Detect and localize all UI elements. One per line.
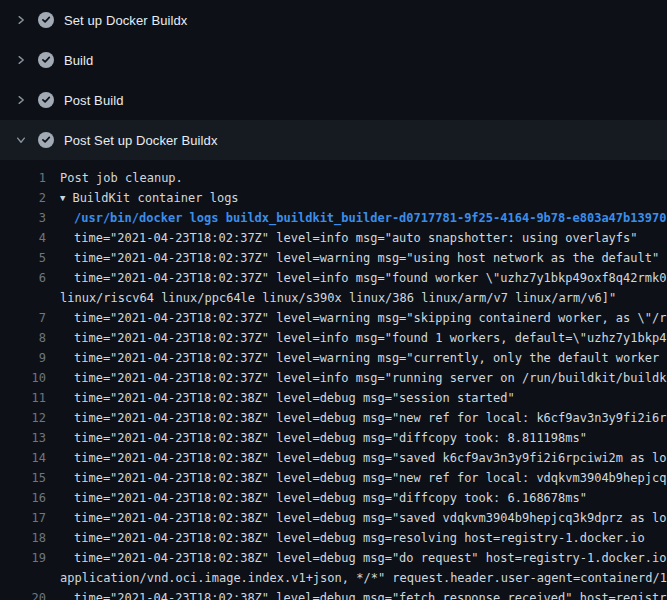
log-line: 5 time="2021-04-23T18:02:37Z" level=warn… bbox=[0, 248, 667, 268]
log-line: 15 time="2021-04-23T18:02:38Z" level=deb… bbox=[0, 468, 667, 488]
log-line-text: time="2021-04-23T18:02:37Z" level=warnin… bbox=[46, 308, 667, 328]
log-line: 9 time="2021-04-23T18:02:37Z" level=warn… bbox=[0, 348, 667, 368]
log-line: 8 time="2021-04-23T18:02:37Z" level=info… bbox=[0, 328, 667, 348]
log-line-text: linux/riscv64 linux/ppc64le linux/s390x … bbox=[46, 288, 616, 308]
log-line: 17 time="2021-04-23T18:02:38Z" level=deb… bbox=[0, 508, 667, 528]
log-line: 13 time="2021-04-23T18:02:38Z" level=deb… bbox=[0, 428, 667, 448]
log-line-text: Post job cleanup. bbox=[46, 168, 183, 188]
log-line: 20 time="2021-04-23T18:02:38Z" level=deb… bbox=[0, 588, 667, 600]
log-line: 3 /usr/bin/docker logs buildx_buildkit_b… bbox=[0, 208, 667, 228]
log-line: 7 time="2021-04-23T18:02:37Z" level=warn… bbox=[0, 308, 667, 328]
chevron-right-icon[interactable] bbox=[14, 93, 28, 107]
log-line-number[interactable]: 11 bbox=[0, 388, 46, 408]
log-line-text: time="2021-04-23T18:02:37Z" level=info m… bbox=[46, 268, 667, 288]
check-circle-icon bbox=[38, 92, 54, 108]
log-line-text: time="2021-04-23T18:02:37Z" level=warnin… bbox=[46, 348, 667, 368]
log-line-text: time="2021-04-23T18:02:37Z" level=info m… bbox=[46, 328, 667, 348]
log-line-number[interactable]: 4 bbox=[0, 228, 46, 248]
chevron-right-icon[interactable] bbox=[14, 13, 28, 27]
log-line: 4 time="2021-04-23T18:02:37Z" level=info… bbox=[0, 228, 667, 248]
log-line-text: time="2021-04-23T18:02:38Z" level=debug … bbox=[46, 588, 667, 600]
log-line: 1 Post job cleanup. bbox=[0, 168, 667, 188]
log-line-text: time="2021-04-23T18:02:37Z" level=warnin… bbox=[46, 248, 659, 268]
log-line-number[interactable]: 12 bbox=[0, 408, 46, 428]
log-line: 14 time="2021-04-23T18:02:38Z" level=deb… bbox=[0, 448, 667, 468]
log-line: 18 time="2021-04-23T18:02:38Z" level=deb… bbox=[0, 528, 667, 548]
log-line-number[interactable]: 20 bbox=[0, 588, 46, 600]
log-line: 10 time="2021-04-23T18:02:37Z" level=inf… bbox=[0, 368, 667, 388]
log-line-text: time="2021-04-23T18:02:38Z" level=debug … bbox=[46, 508, 667, 528]
log-line-number[interactable]: 15 bbox=[0, 468, 46, 488]
chevron-right-icon[interactable] bbox=[14, 53, 28, 67]
step-sections-list: Set up Docker Buildx Build Post Buil bbox=[0, 0, 667, 160]
log-line-text: time="2021-04-23T18:02:37Z" level=info m… bbox=[46, 368, 667, 388]
log-line: application/vnd.oci.image.index.v1+json,… bbox=[0, 568, 667, 588]
log-line: 11 time="2021-04-23T18:02:38Z" level=deb… bbox=[0, 388, 667, 408]
log-line: 6 time="2021-04-23T18:02:37Z" level=info… bbox=[0, 268, 667, 288]
log-line-number[interactable]: 3 bbox=[0, 208, 46, 228]
log-line-number[interactable]: 5 bbox=[0, 248, 46, 268]
log-line-text: time="2021-04-23T18:02:38Z" level=debug … bbox=[46, 408, 667, 428]
log-line-text: time="2021-04-23T18:02:38Z" level=debug … bbox=[46, 428, 587, 448]
log-line-number[interactable]: 13 bbox=[0, 428, 46, 448]
step-section-label: Post Set up Docker Buildx bbox=[64, 133, 218, 148]
group-expanded-triangle-icon[interactable]: ▼ bbox=[60, 188, 65, 208]
step-section-label: Build bbox=[64, 53, 93, 68]
log-line: 16 time="2021-04-23T18:02:38Z" level=deb… bbox=[0, 488, 667, 508]
log-line-text: time="2021-04-23T18:02:38Z" level=debug … bbox=[46, 468, 667, 488]
log-line-text: time="2021-04-23T18:02:38Z" level=debug … bbox=[46, 528, 645, 548]
actions-job-log-viewer: Set up Docker Buildx Build Post Buil bbox=[0, 0, 667, 600]
log-line: 19 time="2021-04-23T18:02:38Z" level=deb… bbox=[0, 548, 667, 568]
step-log-output: 1 Post job cleanup. 2 ▼BuildKit containe… bbox=[0, 160, 667, 600]
log-line-number[interactable]: 1 bbox=[0, 168, 46, 188]
log-line-number[interactable]: 18 bbox=[0, 528, 46, 548]
log-line-number[interactable]: 6 bbox=[0, 268, 46, 288]
log-line: 2 ▼BuildKit container logs bbox=[0, 188, 667, 208]
log-line-number[interactable]: 19 bbox=[0, 548, 46, 568]
log-line-number[interactable] bbox=[0, 288, 46, 308]
log-line-number[interactable]: 8 bbox=[0, 328, 46, 348]
step-section-header[interactable]: Post Build bbox=[0, 80, 667, 120]
step-section-header[interactable]: Post Set up Docker Buildx bbox=[0, 120, 667, 160]
log-line: linux/riscv64 linux/ppc64le linux/s390x … bbox=[0, 288, 667, 308]
log-line-number[interactable]: 10 bbox=[0, 368, 46, 388]
log-line-number[interactable]: 17 bbox=[0, 508, 46, 528]
log-line-text[interactable]: ▼BuildKit container logs bbox=[46, 188, 239, 208]
log-line-number[interactable] bbox=[0, 568, 46, 588]
step-section-label: Set up Docker Buildx bbox=[64, 13, 187, 28]
check-circle-icon bbox=[38, 12, 54, 28]
log-line-number[interactable]: 14 bbox=[0, 448, 46, 468]
chevron-down-icon[interactable] bbox=[14, 133, 28, 147]
log-line-number[interactable]: 2 bbox=[0, 188, 46, 208]
step-section-label: Post Build bbox=[64, 93, 124, 108]
step-section-header[interactable]: Build bbox=[0, 40, 667, 80]
log-line-text: time="2021-04-23T18:02:38Z" level=debug … bbox=[46, 388, 515, 408]
log-line-text: application/vnd.oci.image.index.v1+json,… bbox=[46, 568, 667, 588]
log-line-number[interactable]: 7 bbox=[0, 308, 46, 328]
log-line-text: time="2021-04-23T18:02:38Z" level=debug … bbox=[46, 548, 667, 568]
log-line-text: time="2021-04-23T18:02:38Z" level=debug … bbox=[46, 488, 587, 508]
step-section-header[interactable]: Set up Docker Buildx bbox=[0, 0, 667, 40]
log-line-text: /usr/bin/docker logs buildx_buildkit_bui… bbox=[46, 208, 666, 228]
log-line-text: time="2021-04-23T18:02:38Z" level=debug … bbox=[46, 448, 667, 468]
log-line: 12 time="2021-04-23T18:02:38Z" level=deb… bbox=[0, 408, 667, 428]
check-circle-icon bbox=[38, 132, 54, 148]
log-line-number[interactable]: 9 bbox=[0, 348, 46, 368]
log-line-number[interactable]: 16 bbox=[0, 488, 46, 508]
check-circle-icon bbox=[38, 52, 54, 68]
log-line-text: time="2021-04-23T18:02:37Z" level=info m… bbox=[46, 228, 638, 248]
